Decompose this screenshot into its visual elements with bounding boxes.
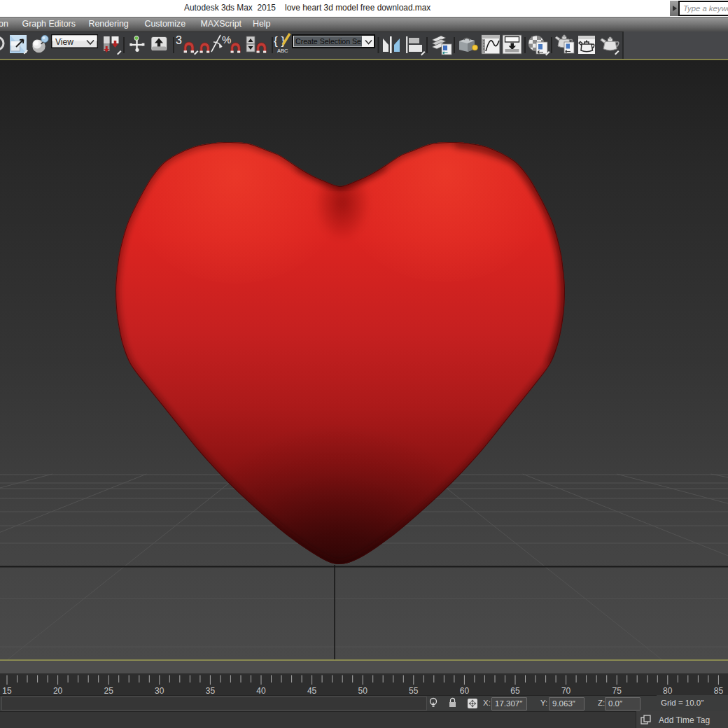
svg-text:%: %: [222, 34, 231, 46]
svg-text:15: 15: [2, 686, 12, 696]
svg-text:55: 55: [409, 686, 419, 696]
svg-text:View: View: [55, 37, 74, 47]
svg-text:25: 25: [104, 686, 114, 696]
svg-text:{ }: { }: [274, 34, 285, 48]
svg-text:65: 65: [510, 686, 520, 696]
svg-text:70: 70: [561, 686, 571, 696]
svg-text:40: 40: [256, 686, 266, 696]
svg-text:80: 80: [663, 686, 673, 696]
svg-text:ABC: ABC: [277, 48, 288, 54]
svg-text:85: 85: [714, 686, 724, 696]
svg-text:35: 35: [206, 686, 216, 696]
svg-text:3: 3: [176, 34, 182, 46]
svg-text:75: 75: [612, 686, 622, 696]
svg-text:60: 60: [460, 686, 470, 696]
svg-text:50: 50: [358, 686, 368, 696]
svg-text:30: 30: [155, 686, 164, 696]
svg-text:Create Selection Se: Create Selection Se: [295, 36, 361, 46]
svg-text:20: 20: [53, 686, 63, 696]
svg-text:45: 45: [307, 686, 317, 696]
